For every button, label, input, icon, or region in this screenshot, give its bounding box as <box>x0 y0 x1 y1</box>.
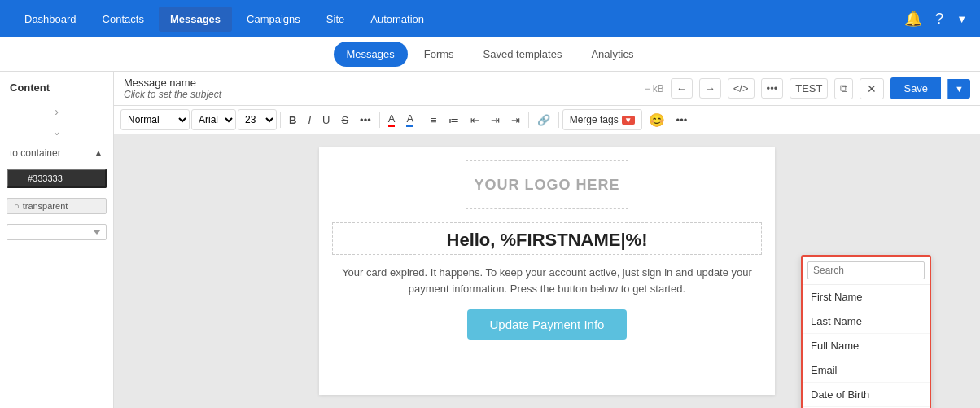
copy-button[interactable]: ⧉ <box>834 78 853 99</box>
email-greeting: Hello, %FIRSTNAME|%! <box>332 222 762 255</box>
style-select[interactable]: NormalHeading 1Heading 2Heading 3 <box>120 109 190 130</box>
more-toolbar-button[interactable]: ••• <box>672 109 693 130</box>
merge-tags-dropdown: First Name Last Name Full Name Email Dat… <box>801 255 931 408</box>
subnav-messages[interactable]: Messages <box>334 42 408 67</box>
outdent-button[interactable]: ⇤ <box>466 109 484 130</box>
sidebar-container-toggle[interactable]: to container ▲ <box>7 144 107 162</box>
bg-color-button[interactable]: A <box>401 109 418 130</box>
test-button[interactable]: TEST <box>790 78 828 99</box>
nav-contacts[interactable]: Contacts <box>91 7 155 32</box>
nav-campaigns[interactable]: Campaigns <box>235 7 312 32</box>
link-button[interactable]: 🔗 <box>532 109 555 130</box>
toolbar-divider-1 <box>280 112 281 128</box>
indent-button[interactable]: ⇥ <box>486 109 505 130</box>
merge-item-fullname[interactable]: Full Name <box>803 334 930 358</box>
message-name: Message name <box>124 77 221 89</box>
test-label: TEST <box>795 82 822 94</box>
sidebar-title: Content <box>7 81 107 99</box>
code-view-button[interactable]: </> <box>728 78 755 99</box>
sidebar-arrow-down[interactable]: ⌄ <box>7 125 107 138</box>
nav-site[interactable]: Site <box>315 7 356 32</box>
merge-item-lastname[interactable]: Last Name <box>803 309 930 334</box>
bold-button[interactable]: B <box>284 109 301 130</box>
toolbar-divider-5 <box>558 112 559 128</box>
sidebar: Content › ⌄ to container ▲ #333333 ○ tra… <box>0 72 114 408</box>
strikethrough-button[interactable]: S <box>336 109 353 130</box>
toolbar-divider-4 <box>528 112 529 128</box>
sidebar-transparent-picker[interactable]: ○ transparent <box>7 198 107 214</box>
color-value: #333333 <box>28 173 63 183</box>
format-toolbar: NormalHeading 1Heading 2Heading 3 Arial … <box>114 106 980 134</box>
toolbar-divider-2 <box>379 112 380 128</box>
subnav-forms[interactable]: Forms <box>411 42 467 67</box>
merge-item-firstname[interactable]: First Name <box>803 285 930 309</box>
message-subject[interactable]: Click to set the subject <box>124 89 221 100</box>
email-logo-area: YOUR LoGo HERE <box>466 160 628 209</box>
email-body-text: Your card expired. It happens. To keep y… <box>319 261 775 303</box>
close-button[interactable]: ✕ <box>860 78 884 99</box>
merge-search-input[interactable] <box>807 261 925 279</box>
color-swatch <box>15 173 24 183</box>
align-button[interactable]: ≡ <box>426 109 442 130</box>
email-logo-text: YOUR LoGo HERE <box>474 177 619 194</box>
merge-item-dob[interactable]: Date of Birth <box>803 383 930 407</box>
more-format-button[interactable]: ••• <box>355 109 376 130</box>
main-layout: Content › ⌄ to container ▲ #333333 ○ tra… <box>0 72 980 408</box>
nav-dashboard[interactable]: Dashboard <box>13 7 88 32</box>
nav-automation[interactable]: Automation <box>359 7 435 32</box>
merge-items-list: First Name Last Name Full Name Email Dat… <box>803 285 930 408</box>
sidebar-arrow-right[interactable]: › <box>7 105 107 118</box>
sub-navigation: Messages Forms Saved templates Analytics <box>0 37 980 72</box>
subnav-saved-templates[interactable]: Saved templates <box>470 42 575 67</box>
merge-tags-label: Merge tags <box>570 114 619 125</box>
email-cta-button[interactable]: Update Payment Info <box>467 309 628 340</box>
transparent-icon: ○ <box>14 201 20 211</box>
merge-tags-arrow-icon: ▼ <box>622 116 635 125</box>
editor-area: Message name Click to set the subject − … <box>114 72 980 408</box>
size-select[interactable]: 23 <box>238 109 277 130</box>
sidebar-collapse-icon: ▲ <box>94 147 103 159</box>
toolbar-divider-3 <box>422 112 422 128</box>
sidebar-dropdown[interactable] <box>7 224 107 240</box>
merge-tags-button[interactable]: Merge tags ▼ <box>562 109 642 130</box>
nav-messages[interactable]: Messages <box>159 7 232 32</box>
indent2-button[interactable]: ⇥ <box>506 109 525 130</box>
top-navigation: Dashboard Contacts Messages Campaigns Si… <box>0 0 980 37</box>
subnav-analytics[interactable]: Analytics <box>578 42 646 67</box>
sidebar-container-label: to container <box>10 147 61 159</box>
font-color-icon: A <box>388 112 396 127</box>
email-canvas: YOUR LoGo HERE Hello, %FIRSTNAME|%! Your… <box>114 134 980 408</box>
user-menu-chevron-icon[interactable]: ▼ <box>956 13 967 25</box>
help-icon[interactable]: ? <box>935 11 943 28</box>
bg-color-icon: A <box>406 112 413 127</box>
transparent-label: transparent <box>23 201 68 211</box>
email-body: YOUR LoGo HERE Hello, %FIRSTNAME|%! Your… <box>319 147 775 395</box>
undo-button[interactable]: ← <box>671 78 693 99</box>
notifications-icon[interactable]: 🔔 <box>904 10 922 28</box>
font-color-button[interactable]: A <box>383 109 400 130</box>
redo-button[interactable]: → <box>699 78 721 99</box>
merge-search-container <box>803 257 930 285</box>
save-arrow-button[interactable]: ▼ <box>947 79 970 99</box>
italic-button[interactable]: I <box>303 109 316 130</box>
list-button[interactable]: ≔ <box>444 109 464 130</box>
save-button[interactable]: Save <box>890 77 941 99</box>
more-options-button[interactable]: ••• <box>761 78 784 99</box>
font-select[interactable]: Arial <box>191 109 236 130</box>
emoji-button[interactable]: 😊 <box>644 109 670 130</box>
merge-item-email[interactable]: Email <box>803 358 930 383</box>
kb-info: − kB <box>644 83 663 94</box>
editor-header: Message name Click to set the subject − … <box>114 72 980 106</box>
underline-button[interactable]: U <box>317 109 335 130</box>
sidebar-color-picker[interactable]: #333333 <box>7 169 107 188</box>
